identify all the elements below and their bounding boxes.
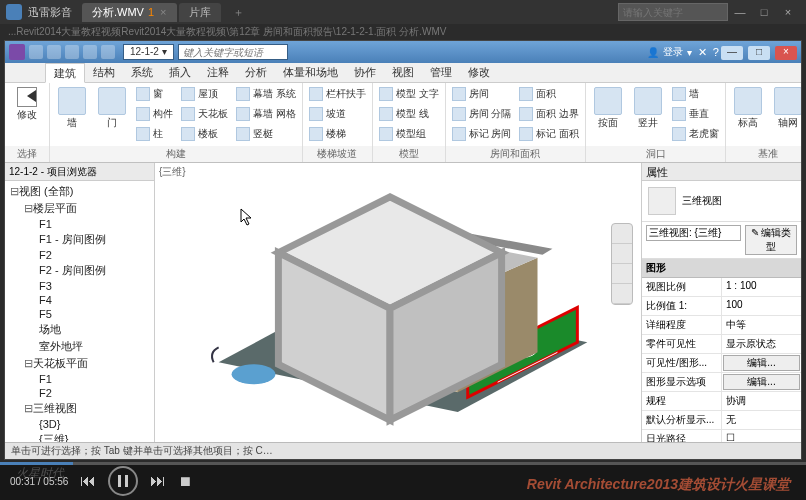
opening-wall-button[interactable]: 墙 <box>670 85 721 103</box>
property-value[interactable]: ☐ <box>722 430 801 442</box>
ceiling-button[interactable]: 天花板 <box>179 105 230 123</box>
progress-bar[interactable] <box>0 462 806 465</box>
curtain-system-button[interactable]: 幕墙 系统 <box>234 85 298 103</box>
shaft-button[interactable]: 竖井 <box>630 85 666 128</box>
drawing-canvas[interactable]: {三维} <box>155 163 641 442</box>
player-search-input[interactable] <box>618 3 728 21</box>
prev-button[interactable]: ⏮ <box>80 472 96 490</box>
ribbon-tab-view[interactable]: 视图 <box>384 63 422 82</box>
tree-item[interactable]: F1 - 房间图例 <box>5 231 154 248</box>
player-tab-library[interactable]: 片库 <box>179 3 221 22</box>
property-value[interactable]: 1 : 100 <box>722 278 801 296</box>
ribbon-tab-structure[interactable]: 结构 <box>85 63 123 82</box>
tree-item[interactable]: F2 <box>5 386 154 400</box>
ribbon-tab-analyze[interactable]: 分析 <box>237 63 275 82</box>
door-button[interactable]: 门 <box>94 85 130 128</box>
vertical-button[interactable]: 垂直 <box>670 105 721 123</box>
tag-room-button[interactable]: 标记 房间 <box>450 125 514 143</box>
qat-open-icon[interactable] <box>29 45 43 59</box>
edit-type-button[interactable]: ✎ 编辑类型 <box>745 225 797 255</box>
opening-byface-button[interactable]: 按面 <box>590 85 626 128</box>
close-icon[interactable]: × <box>776 6 800 18</box>
wall-button[interactable]: 墙 <box>54 85 90 128</box>
rv-close-button[interactable]: × <box>775 46 797 60</box>
component-button[interactable]: 构件 <box>134 105 175 123</box>
roof-button[interactable]: 屋顶 <box>179 85 230 103</box>
browser-tree[interactable]: ⊟视图 (全部) ⊟楼层平面 F1 F1 - 房间图例 F2 F2 - 房间图例… <box>5 181 154 442</box>
maximize-icon[interactable]: □ <box>752 6 776 18</box>
play-pause-button[interactable] <box>108 466 138 496</box>
ribbon-tab-architecture[interactable]: 建筑 <box>45 63 85 83</box>
tree-item[interactable]: {3D} <box>5 417 154 431</box>
railing-button[interactable]: 栏杆扶手 <box>307 85 368 103</box>
tree-item[interactable]: 室外地坪 <box>5 338 154 355</box>
model-text-button[interactable]: 模型 文字 <box>377 85 441 103</box>
column-button[interactable]: 柱 <box>134 125 175 143</box>
revit-app-icon[interactable] <box>9 44 25 60</box>
qat-save-icon[interactable] <box>47 45 61 59</box>
tag-area-icon <box>519 127 533 141</box>
property-value[interactable]: 编辑... <box>723 374 800 390</box>
property-value[interactable]: 协调 <box>722 392 801 410</box>
grid-button[interactable]: 轴网 <box>770 85 801 128</box>
qat-print-icon[interactable] <box>101 45 115 59</box>
ribbon-tab-insert[interactable]: 插入 <box>161 63 199 82</box>
player-tab-add[interactable]: ＋ <box>223 3 254 22</box>
qat-undo-icon[interactable] <box>65 45 79 59</box>
exchange-icon[interactable]: ✕ <box>698 46 707 59</box>
tag-area-button[interactable]: 标记 面积 <box>517 125 581 143</box>
next-button[interactable]: ⏭ <box>150 472 166 490</box>
area-boundary-button[interactable]: 面积 边界 <box>517 105 581 123</box>
ramp-button[interactable]: 坡道 <box>307 105 368 123</box>
tree-item[interactable]: F1 <box>5 217 154 231</box>
help-search-input[interactable] <box>178 44 288 60</box>
tree-item[interactable]: 场地 <box>5 321 154 338</box>
tree-item[interactable]: F2 - 房间图例 <box>5 262 154 279</box>
tree-item[interactable]: F4 <box>5 293 154 307</box>
stop-button[interactable]: ⏹ <box>178 473 192 489</box>
tree-item[interactable]: F3 <box>5 279 154 293</box>
dormer-button[interactable]: 老虎窗 <box>670 125 721 143</box>
ribbon-tab-manage[interactable]: 管理 <box>422 63 460 82</box>
model-group-button[interactable]: 模型组 <box>377 125 441 143</box>
tree-group-ceilingplans[interactable]: ⊟天花板平面 <box>5 355 154 372</box>
ribbon-tab-systems[interactable]: 系统 <box>123 63 161 82</box>
tree-group-floorplans[interactable]: ⊟楼层平面 <box>5 200 154 217</box>
level-button[interactable]: 标高 <box>730 85 766 128</box>
window-button[interactable]: 窗 <box>134 85 175 103</box>
tree-group-3dviews[interactable]: ⊟三维视图 <box>5 400 154 417</box>
room-button[interactable]: 房间 <box>450 85 514 103</box>
modify-button[interactable]: 修改 <box>9 85 45 120</box>
ribbon-tab-annotate[interactable]: 注释 <box>199 63 237 82</box>
property-value[interactable]: 100 <box>722 297 801 315</box>
property-value[interactable]: 编辑... <box>723 355 800 371</box>
area-button[interactable]: 面积 <box>517 85 581 103</box>
player-tabs: 分析.WMV1× 片库 ＋ <box>82 3 254 22</box>
model-line-button[interactable]: 模型 线 <box>377 105 441 123</box>
room-sep-button[interactable]: 房间 分隔 <box>450 105 514 123</box>
qat-redo-icon[interactable] <box>83 45 97 59</box>
ribbon-tab-modify[interactable]: 修改 <box>460 63 498 82</box>
player-tab-video[interactable]: 分析.WMV1× <box>82 3 177 22</box>
property-value[interactable]: 中等 <box>722 316 801 334</box>
stair-button[interactable]: 楼梯 <box>307 125 368 143</box>
rv-minimize-button[interactable]: — <box>721 46 743 60</box>
revit-window: 12-1-2 ▾ 👤 登录 ▾ ✕ ? — □ × 建筑 结构 系统 插入 注释… <box>4 40 802 460</box>
tree-item[interactable]: F1 <box>5 372 154 386</box>
tree-item[interactable]: {三维} <box>5 431 154 442</box>
minimize-icon[interactable]: — <box>728 6 752 18</box>
ribbon-tab-collab[interactable]: 协作 <box>346 63 384 82</box>
curtain-grid-button[interactable]: 幕墙 网格 <box>234 105 298 123</box>
floor-button[interactable]: 楼板 <box>179 125 230 143</box>
property-value[interactable]: 显示原状态 <box>722 335 801 353</box>
mullion-button[interactable]: 竖梃 <box>234 125 298 143</box>
close-icon[interactable]: × <box>160 6 166 18</box>
user-login[interactable]: 👤 登录 ▾ <box>647 45 692 59</box>
property-value[interactable]: 无 <box>722 411 801 429</box>
tree-item[interactable]: F2 <box>5 248 154 262</box>
tree-item[interactable]: F5 <box>5 307 154 321</box>
tree-root[interactable]: ⊟视图 (全部) <box>5 183 154 200</box>
rv-maximize-button[interactable]: □ <box>748 46 770 60</box>
ribbon-tab-massing[interactable]: 体量和场地 <box>275 63 346 82</box>
document-selector[interactable]: 12-1-2 ▾ <box>123 44 174 60</box>
